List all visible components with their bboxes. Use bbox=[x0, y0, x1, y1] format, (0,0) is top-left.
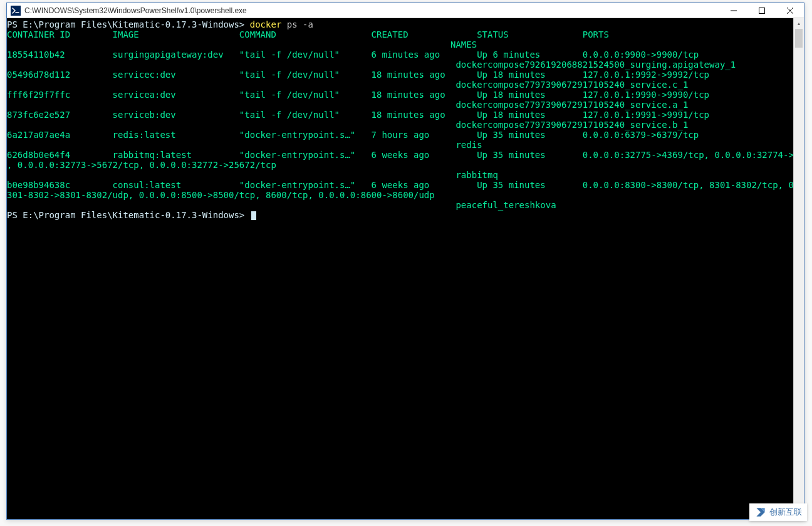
scroll-track[interactable] bbox=[794, 29, 804, 508]
powershell-icon bbox=[11, 6, 21, 16]
minimize-button[interactable] bbox=[719, 3, 747, 18]
watermark-logo-icon bbox=[754, 506, 767, 518]
terminal-area[interactable]: PS E:\Program Files\Kitematic-0.17.3-Win… bbox=[7, 18, 793, 519]
scroll-up-arrow[interactable]: ▴ bbox=[794, 18, 804, 29]
window-title: C:\WINDOWS\System32\WindowsPowerShell\v1… bbox=[24, 6, 719, 15]
maximize-button[interactable] bbox=[747, 3, 776, 18]
terminal-wrapper: PS E:\Program Files\Kitematic-0.17.3-Win… bbox=[7, 18, 804, 519]
watermark-text: 创新互联 bbox=[769, 507, 802, 518]
close-button[interactable] bbox=[776, 3, 804, 18]
watermark-badge: 创新互联 bbox=[749, 503, 807, 521]
svg-rect-2 bbox=[759, 8, 764, 13]
titlebar[interactable]: C:\WINDOWS\System32\WindowsPowerShell\v1… bbox=[7, 3, 804, 18]
vertical-scrollbar[interactable]: ▴ ▾ bbox=[793, 18, 804, 519]
powershell-window: C:\WINDOWS\System32\WindowsPowerShell\v1… bbox=[6, 3, 804, 520]
scroll-thumb[interactable] bbox=[795, 29, 803, 48]
window-controls bbox=[719, 3, 804, 18]
